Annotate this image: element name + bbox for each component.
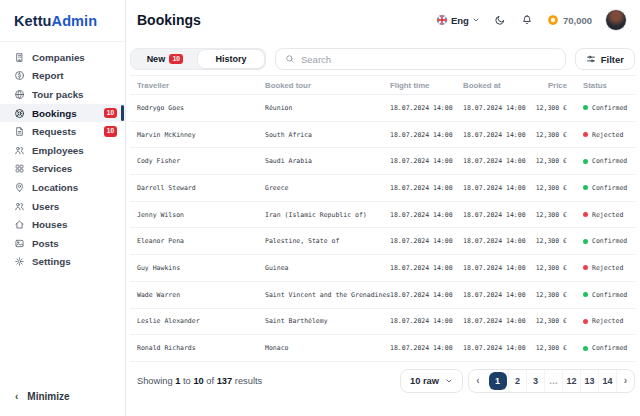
tab-history-label: History [215, 54, 246, 64]
status-label: Rejected [592, 264, 623, 272]
brand-name-secondary: Admin [52, 13, 98, 29]
cell-tour: Greece [265, 184, 390, 192]
cell-traveller: Guy Hawkins [137, 264, 265, 272]
search-input[interactable] [301, 54, 556, 65]
topbar: Bookings Eng [126, 0, 640, 40]
cell-booked_at: 18.07.2024 14:00 [463, 157, 533, 165]
cell-status: Confirmed [567, 184, 635, 192]
pager-page-2[interactable]: 2 [508, 370, 526, 392]
cell-status: Confirmed [567, 237, 635, 245]
pager-prev-button[interactable]: ‹ [469, 370, 487, 392]
user-avatar[interactable] [605, 9, 627, 31]
sidebar-item-users[interactable]: Users [0, 197, 125, 216]
main-area: Bookings Eng [126, 0, 640, 416]
cell-price: 12,300 € [533, 264, 567, 272]
cell-tour: Guinea [265, 264, 390, 272]
sidebar-item-bookings[interactable]: Bookings10 [0, 104, 125, 123]
balance-display[interactable]: 70,000 [547, 14, 592, 26]
table-row[interactable]: Rodrygo GoesRéunion18.07.2024 14:0018.07… [130, 95, 635, 122]
status-label: Confirmed [592, 237, 627, 245]
table-row[interactable]: Marvin McKinneySouth Africa18.07.2024 14… [130, 122, 635, 149]
sidebar-item-label: Companies [32, 52, 85, 63]
notification-badge: 10 [104, 108, 117, 119]
table-row[interactable]: Leslie AlexanderSaint Barthélemy18.07.20… [130, 309, 635, 336]
status-dot-icon [583, 212, 588, 217]
cell-flight_time: 18.07.2024 14:00 [390, 131, 463, 139]
sidebar-item-settings[interactable]: Settings [0, 253, 125, 272]
table-row[interactable]: Eleanor PenaPalestine, State of18.07.202… [130, 228, 635, 255]
sidebar-item-label: Houses [32, 219, 67, 230]
sidebar-item-posts[interactable]: Posts [0, 234, 125, 253]
sliders-icon [586, 54, 596, 64]
moon-icon [494, 14, 506, 26]
column-header-booked-tour: Booked tour [265, 81, 390, 90]
dark-mode-toggle[interactable] [493, 13, 507, 27]
notifications-button[interactable] [520, 13, 534, 27]
table-row[interactable]: Cody FisherSaudi Arabia18.07.2024 14:001… [130, 148, 635, 175]
table-row[interactable]: Darrell StewardGreece18.07.2024 14:0018.… [130, 175, 635, 202]
pager-page-3[interactable]: 3 [526, 370, 544, 392]
sidebar-item-services[interactable]: Services [0, 160, 125, 179]
brand-logo: KettuAdmin [0, 0, 125, 42]
table-row[interactable]: Wade WarrenSaint Vincent and the Grenadi… [130, 282, 635, 309]
pager-next-button[interactable]: › [616, 370, 634, 392]
cell-booked_at: 18.07.2024 14:00 [463, 211, 533, 219]
filter-label: Filter [601, 54, 624, 65]
sidebar-item-report[interactable]: Report [0, 67, 125, 86]
table-footer: Showing 1 to 10 of 137 results 10 raw ‹1… [130, 362, 635, 393]
sidebar-item-locations[interactable]: Locations [0, 178, 125, 197]
cell-tour: Saint Barthélemy [265, 317, 390, 325]
cell-price: 12,300 € [533, 157, 567, 165]
table-row[interactable]: Ronald RichardsMonaco18.07.2024 14:0018.… [130, 335, 635, 362]
lifebuoy-icon [13, 107, 25, 119]
table-row[interactable]: Guy HawkinsGuinea18.07.2024 14:0018.07.2… [130, 255, 635, 282]
table-row[interactable]: Jenny WilsonIran (Islamic Republic of)18… [130, 202, 635, 229]
cell-traveller: Eleanor Pena [137, 237, 265, 245]
sidebar-item-companies[interactable]: Companies [0, 48, 125, 67]
bell-icon [521, 14, 533, 26]
showing-label: Showing [137, 376, 173, 386]
coin-icon [547, 14, 559, 26]
sidebar-item-employees[interactable]: Employees [0, 141, 125, 160]
status-label: Confirmed [592, 104, 627, 112]
cell-tour: South Africa [265, 131, 390, 139]
notification-badge: 10 [104, 126, 117, 137]
brand-name-primary: Kettu [14, 13, 52, 29]
column-header-price: Price [533, 81, 567, 90]
language-selector[interactable]: Eng [436, 14, 480, 26]
sidebar-item-tour-packs[interactable]: Tour packs [0, 85, 125, 104]
cell-booked_at: 18.07.2024 14:00 [463, 131, 533, 139]
pager-page-1[interactable]: 1 [489, 372, 507, 390]
minimize-button[interactable]: ‹ Minimize [0, 391, 125, 416]
cell-booked_at: 18.07.2024 14:00 [463, 317, 533, 325]
cell-price: 12,300 € [533, 104, 567, 112]
cell-status: Rejected [567, 317, 635, 325]
cell-status: Rejected [567, 211, 635, 219]
sidebar-item-requests[interactable]: Requests10 [0, 122, 125, 141]
pager-page-13[interactable]: 13 [580, 370, 598, 392]
cell-flight_time: 18.07.2024 14:00 [390, 264, 463, 272]
grid-icon [13, 163, 25, 175]
table-header-row: Traveller Booked tour Flight time Booked… [130, 75, 635, 95]
pager-page-12[interactable]: 12 [562, 370, 580, 392]
tab-new-label: New [147, 54, 166, 64]
controls-row: New 10 History Filter [130, 48, 635, 70]
cell-status: Confirmed [567, 104, 635, 112]
sidebar-item-houses[interactable]: Houses [0, 215, 125, 234]
rows-per-page-select[interactable]: 10 raw [400, 369, 463, 393]
sidebar-item-label: Users [32, 201, 59, 212]
pager-page-14[interactable]: 14 [598, 370, 616, 392]
cell-traveller: Cody Fisher [137, 157, 265, 165]
status-dot-icon [583, 185, 588, 190]
status-label: Confirmed [592, 157, 627, 165]
tab-history[interactable]: History [198, 50, 264, 68]
tab-new[interactable]: New 10 [132, 50, 198, 68]
cell-booked_at: 18.07.2024 14:00 [463, 344, 533, 352]
status-dot-icon [583, 319, 588, 324]
search-box [275, 48, 566, 70]
tab-switcher: New 10 History [130, 48, 266, 70]
filter-button[interactable]: Filter [575, 48, 635, 70]
status-dot-icon [583, 159, 588, 164]
cell-traveller: Marvin McKinney [137, 131, 265, 139]
cell-tour: Réunion [265, 104, 390, 112]
